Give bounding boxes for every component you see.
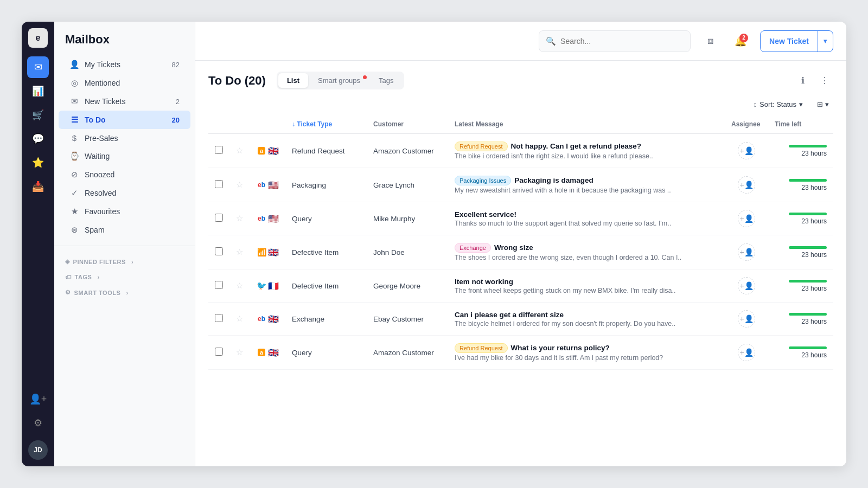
col-header-ticket-type[interactable]: ↓ Ticket Type: [285, 115, 367, 134]
rail-icon-chart[interactable]: 📊: [27, 80, 49, 102]
rail-icon-inbox[interactable]: 📥: [27, 176, 49, 197]
sort-chevron-icon: ▾: [799, 100, 803, 108]
sidebar-item-snoozed[interactable]: ⊘ Snoozed: [59, 165, 190, 184]
row-checkbox-4[interactable]: [215, 247, 223, 255]
star-icon-5[interactable]: ☆: [236, 281, 243, 290]
sidebar-section-smart-tools[interactable]: ⚙ SMART TOOLS ›: [54, 282, 195, 298]
ticket-type-2: Packaging: [292, 181, 326, 189]
more-options-button[interactable]: ⋮: [816, 72, 833, 89]
sidebar-item-to-do[interactable]: ☰ To Do 20: [59, 111, 190, 129]
sidebar-item-favourites[interactable]: ★ Favourites: [59, 202, 190, 221]
tab-dot-smart-groups: [363, 75, 367, 79]
search-input[interactable]: [560, 37, 684, 46]
row-checkbox-5[interactable]: [215, 281, 223, 289]
info-button[interactable]: ℹ: [794, 72, 812, 89]
rail-icon-mail[interactable]: ✉: [27, 56, 49, 78]
rail-icon-star[interactable]: ⭐: [27, 152, 49, 174]
row-checkbox-3[interactable]: [215, 214, 223, 222]
table-header: ↓ Ticket TypeCustomerLatest MessageAssig…: [208, 115, 833, 134]
rail-icon-chat[interactable]: 💬: [27, 128, 49, 150]
row-star-cell: ☆: [229, 202, 250, 235]
table-row: ☆ a 🇬🇧 Refund Request Amazon Customer Re…: [208, 134, 833, 168]
row-time-cell: 23 hours: [768, 235, 833, 269]
sidebar-item-spam[interactable]: ⊗ Spam: [59, 221, 190, 239]
rail-icon-add-user[interactable]: 👤+: [27, 388, 49, 410]
sidebar-label-resolved: Resolved: [85, 189, 180, 197]
sidebar-item-waiting[interactable]: ⌚ Waiting: [59, 147, 190, 165]
time-left-7: 23 hours: [775, 346, 827, 359]
star-icon-7[interactable]: ☆: [236, 348, 243, 357]
search-box: 🔍: [539, 30, 691, 52]
row-time-cell: 23 hours: [768, 134, 833, 168]
sidebar-item-new-tickets[interactable]: ✉ New Tickets 2: [59, 92, 190, 111]
star-icon-1[interactable]: ☆: [236, 146, 243, 155]
row-checkbox-7[interactable]: [215, 348, 223, 356]
section-chevron-smart-tools: ›: [126, 290, 128, 296]
ticket-type-6: Exchange: [292, 315, 324, 323]
layout-grid-icon: ⊞: [817, 100, 823, 108]
sidebar-section-tags[interactable]: 🏷 TAGS ›: [54, 267, 195, 282]
sidebar-section-pinned-filters[interactable]: ◈ PINNED FILTERS ›: [54, 252, 195, 267]
section-chevron-tags: ›: [98, 274, 100, 280]
filter-button[interactable]: ⧈: [699, 30, 721, 52]
rail-icon-cart[interactable]: 🛒: [27, 104, 49, 126]
rail-icon-settings[interactable]: ⚙: [27, 412, 49, 434]
sidebar-icon-pre-sales: $: [69, 133, 79, 143]
assign-button-7[interactable]: +👤: [738, 344, 755, 361]
row-checkbox-1[interactable]: [215, 146, 223, 154]
tab-smart-groups[interactable]: Smart groups: [309, 73, 369, 88]
row-checkbox-cell: [208, 303, 229, 336]
sidebar-item-my-tickets[interactable]: 👤 My Tickets 82: [59, 55, 190, 74]
sidebar-label-snoozed: Snoozed: [85, 170, 180, 179]
notifications-button[interactable]: 🔔 2: [730, 30, 751, 52]
time-left-6: 23 hours: [775, 313, 827, 325]
new-ticket-button[interactable]: New Ticket ▾: [760, 30, 833, 52]
sidebar-item-resolved[interactable]: ✓ Resolved: [59, 184, 190, 202]
sidebar-label-to-do: To Do: [85, 115, 167, 124]
row-assignee-cell: +👤: [725, 269, 768, 303]
platform-icon-b: 🇬🇧: [268, 247, 279, 258]
layout-toggle-button[interactable]: ⊞ ▾: [813, 98, 833, 111]
row-time-cell: 23 hours: [768, 202, 833, 235]
star-icon-4[interactable]: ☆: [236, 247, 243, 256]
platform-icon-b: 🇺🇸: [268, 179, 279, 190]
assign-button-1[interactable]: +👤: [738, 142, 755, 159]
assign-button-6[interactable]: +👤: [738, 310, 755, 328]
row-platform-cell: eb 🇺🇸: [250, 168, 285, 202]
notification-badge: 2: [739, 34, 748, 42]
ticket-type-5: Defective Item: [292, 282, 339, 290]
ticket-type-7: Query: [292, 349, 312, 357]
header: 🔍 ⧈ 🔔 2 New Ticket ▾: [195, 22, 846, 61]
assign-button-4[interactable]: +👤: [738, 243, 755, 261]
star-icon-2[interactable]: ☆: [236, 180, 243, 189]
time-bar-3: [789, 213, 827, 215]
col-header-time-left: Time left: [768, 115, 833, 134]
section-chevron-pinned-filters: ›: [131, 259, 133, 265]
msg-title-4: Wrong size: [494, 243, 533, 252]
table-row: ☆ 📶 🇬🇧 Defective Item John Doe ExchangeW…: [208, 235, 833, 269]
row-checkbox-cell: [208, 134, 229, 168]
row-star-cell: ☆: [229, 336, 250, 370]
tab-list[interactable]: List: [278, 73, 308, 88]
sort-status-button[interactable]: ↕ Sort: Status ▾: [749, 98, 807, 111]
msg-title-5: Item not working: [455, 278, 513, 286]
star-icon-3[interactable]: ☆: [236, 214, 243, 223]
row-checkbox-6[interactable]: [215, 314, 223, 322]
sidebar-item-pre-sales[interactable]: $ Pre-Sales: [59, 129, 190, 147]
assign-button-3[interactable]: +👤: [738, 210, 755, 227]
row-time-cell: 23 hours: [768, 336, 833, 370]
star-icon-6[interactable]: ☆: [236, 314, 243, 323]
user-avatar[interactable]: JD: [28, 440, 48, 460]
assign-button-5[interactable]: +👤: [738, 277, 755, 294]
row-message-cell: Refund RequestNot happy. Can I get a ref…: [448, 134, 725, 168]
row-ticket-type-cell: Defective Item: [285, 269, 367, 303]
tab-tags[interactable]: Tags: [370, 73, 402, 88]
sidebar-item-mentioned[interactable]: ◎ Mentioned: [59, 74, 190, 92]
ticket-type-3: Query: [292, 215, 312, 223]
assign-button-2[interactable]: +👤: [738, 176, 755, 194]
platform-icon-a: 📶: [256, 247, 267, 258]
row-checkbox-2[interactable]: [215, 180, 223, 188]
platform-icon-a: eb: [256, 179, 267, 190]
sidebar-label-pre-sales: Pre-Sales: [85, 134, 180, 143]
col-header-checkbox: [208, 115, 229, 134]
